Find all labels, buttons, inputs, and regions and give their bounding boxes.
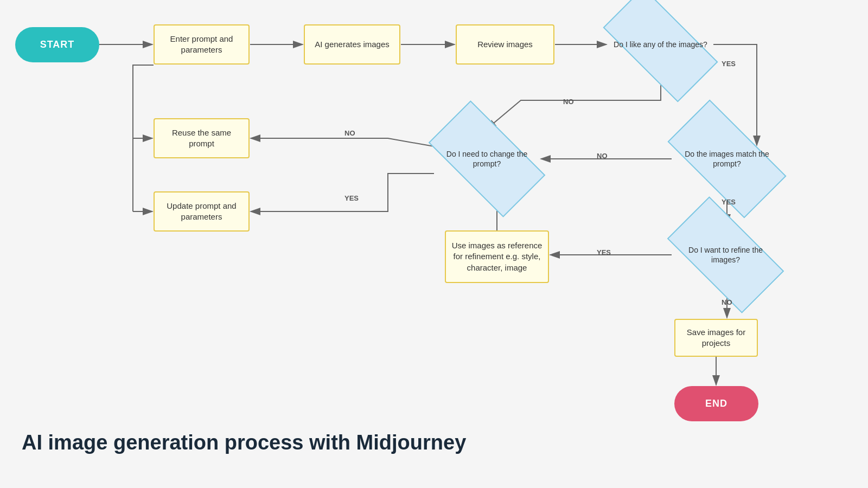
enter-prompt-node: Enter prompt and parameters [154, 24, 250, 65]
q-match-prompt-node: Do the images match the prompt? [673, 129, 781, 189]
use-images-ref-node: Use images as reference for refinement e… [445, 230, 549, 283]
label-yes-refine: YES [597, 248, 611, 256]
label-no-like: NO [563, 98, 574, 106]
diagram-container: START Enter prompt and parameters AI gen… [0, 0, 868, 488]
label-no-refine: NO [722, 298, 732, 306]
start-node: START [15, 27, 99, 62]
title-block: AI image generation process with Midjour… [22, 431, 466, 455]
label-yes-change: YES [344, 194, 359, 202]
save-images-node: Save images for projects [674, 319, 758, 357]
review-images-node: Review images [456, 24, 554, 65]
reuse-prompt-node: Reuse the same prompt [154, 118, 250, 158]
q-refine-node: Do I want to refine the images? [673, 225, 778, 285]
q-like-images-node: Do I like any of the images? [608, 16, 713, 73]
ai-generates-node: AI generates images [304, 24, 400, 65]
label-no-change: NO [344, 129, 355, 137]
label-no-match: NO [597, 152, 608, 160]
end-node: END [674, 386, 758, 421]
update-prompt-node: Update prompt and parameters [154, 191, 250, 232]
label-yes-match: YES [722, 198, 736, 206]
q-change-prompt-node: Do I need to change the prompt? [434, 129, 540, 189]
page-title: AI image generation process with Midjour… [22, 431, 466, 455]
label-yes-like: YES [722, 60, 736, 68]
